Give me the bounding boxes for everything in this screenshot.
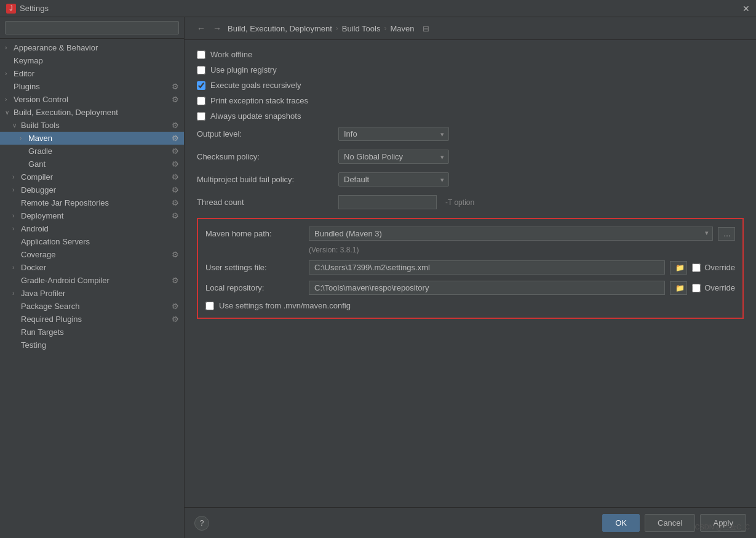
maven-home-input[interactable] xyxy=(309,227,701,241)
local-repo-override-checkbox[interactable] xyxy=(692,284,701,292)
nav-back-button[interactable]: ← xyxy=(194,22,208,34)
settings-icon: ⚙ xyxy=(172,159,179,169)
sidebar-item-remote-jar[interactable]: › Remote Jar Repositories ⚙ xyxy=(0,196,184,209)
sidebar-item-package-search[interactable]: › Package Search ⚙ xyxy=(0,300,184,313)
local-repo-row: Local repository: 📁 Override xyxy=(205,281,735,295)
breadcrumb-build-tools[interactable]: Build Tools xyxy=(342,24,381,33)
print-exception-checkbox[interactable] xyxy=(197,97,205,105)
sidebar-item-version-control[interactable]: › Version Control ⚙ xyxy=(0,93,184,106)
work-offline-row: Work offline xyxy=(197,50,744,59)
chevron-icon: › xyxy=(5,44,11,51)
use-settings-row: Use settings from .mvn/maven.config xyxy=(205,301,735,310)
sidebar-item-label: Gradle xyxy=(28,147,52,156)
sidebar-item-deployment[interactable]: › Deployment ⚙ xyxy=(0,209,184,222)
nav-forward-button[interactable]: → xyxy=(210,22,224,34)
breadcrumb-maven[interactable]: Maven xyxy=(390,24,414,33)
chevron-icon: ∨ xyxy=(12,122,18,129)
output-level-select[interactable]: Debug Info Warning Error xyxy=(338,127,449,141)
breadcrumb-build-exec[interactable]: Build, Execution, Deployment xyxy=(228,24,332,33)
execute-goals-checkbox[interactable] xyxy=(197,81,205,90)
sidebar-item-keymap[interactable]: › Keymap xyxy=(0,54,184,67)
sidebar-item-label: Gant xyxy=(28,159,46,169)
sidebar-item-appearance[interactable]: › Appearance & Behavior xyxy=(0,41,184,54)
user-settings-override-label[interactable]: Override xyxy=(704,263,735,272)
local-repo-override-label[interactable]: Override xyxy=(704,283,735,292)
multiproject-fail-select[interactable]: Default Fail At End Fail Fast Never Fail xyxy=(338,172,449,187)
help-button[interactable]: ? xyxy=(194,516,209,531)
checksum-policy-select[interactable]: No Global Policy Strict Warn Ignore xyxy=(338,150,449,164)
sidebar-item-label: Package Search xyxy=(21,302,79,311)
nav-arrows: ← → xyxy=(194,22,224,34)
execute-goals-label[interactable]: Execute goals recursively xyxy=(210,81,301,90)
sidebar-item-java-profiler[interactable]: › Java Profiler xyxy=(0,287,184,300)
print-exception-label[interactable]: Print exception stack traces xyxy=(210,96,308,105)
maven-version-text: (Version: 3.8.1) xyxy=(309,246,735,254)
sidebar-item-plugins[interactable]: › Plugins ⚙ xyxy=(0,80,184,93)
local-repo-input[interactable] xyxy=(309,281,665,295)
search-input[interactable] xyxy=(5,21,179,34)
multiproject-fail-label: Multiproject build fail policy: xyxy=(197,175,332,184)
always-update-label[interactable]: Always update snapshots xyxy=(210,111,301,121)
breadcrumb-bar: ← → Build, Execution, Deployment › Build… xyxy=(185,17,756,40)
sidebar-item-editor[interactable]: › Editor xyxy=(0,67,184,80)
sidebar-item-run-targets[interactable]: › Run Targets xyxy=(0,326,184,339)
chevron-icon: › xyxy=(12,187,18,193)
sidebar-item-build-exec-deploy[interactable]: ∨ Build, Execution, Deployment xyxy=(0,106,184,119)
sidebar-item-debugger[interactable]: › Debugger ⚙ xyxy=(0,183,184,196)
user-settings-input[interactable] xyxy=(309,260,665,275)
settings-icon: ⚙ xyxy=(172,302,179,311)
ok-button[interactable]: OK xyxy=(602,514,640,532)
use-settings-checkbox[interactable] xyxy=(205,302,214,310)
breadcrumb-sep-1: › xyxy=(336,24,338,33)
use-settings-label[interactable]: Use settings from .mvn/maven.config xyxy=(219,301,351,310)
sidebar-item-gradle-android[interactable]: › Gradle-Android Compiler ⚙ xyxy=(0,274,184,287)
thread-count-input[interactable] xyxy=(338,195,437,209)
use-plugin-registry-checkbox[interactable] xyxy=(197,66,205,74)
sidebar-item-testing[interactable]: › Testing xyxy=(0,339,184,351)
work-offline-label[interactable]: Work offline xyxy=(210,50,252,59)
chevron-icon: › xyxy=(12,225,18,232)
sidebar: › Appearance & Behavior › Keymap › Edito… xyxy=(0,17,185,538)
sidebar-item-label: Keymap xyxy=(14,56,43,65)
maven-home-browse-button[interactable]: … xyxy=(718,227,735,241)
output-level-dropdown-wrapper: Debug Info Warning Error xyxy=(338,127,449,141)
settings-icon: ⚙ xyxy=(172,185,179,195)
breadcrumb-sep-2: › xyxy=(384,24,386,33)
sidebar-item-app-servers[interactable]: › Application Servers xyxy=(0,235,184,248)
settings-icon: ⚙ xyxy=(172,134,179,143)
chevron-icon: › xyxy=(12,212,18,219)
sidebar-item-build-tools[interactable]: ∨ Build Tools ⚙ xyxy=(0,119,184,132)
output-level-row: Output level: Debug Info Warning Error xyxy=(197,127,744,141)
use-plugin-registry-label[interactable]: Use plugin registry xyxy=(210,65,277,74)
window-title: Settings xyxy=(20,4,49,13)
settings-icon: ⚙ xyxy=(172,172,179,182)
sidebar-item-compiler[interactable]: › Compiler ⚙ xyxy=(0,171,184,183)
settings-icon: ⚙ xyxy=(172,198,179,207)
local-repo-browse-button[interactable]: 📁 xyxy=(670,281,687,295)
sidebar-item-maven[interactable]: › Maven ⚙ xyxy=(0,132,184,145)
sidebar-item-gant[interactable]: › Gant ⚙ xyxy=(0,158,184,171)
thread-count-row: Thread count -T option xyxy=(197,195,744,209)
sidebar-item-gradle[interactable]: › Gradle ⚙ xyxy=(0,145,184,158)
sidebar-item-android[interactable]: › Android xyxy=(0,222,184,235)
maven-home-dropdown-arrow[interactable]: ▾ xyxy=(701,227,713,241)
chevron-icon: › xyxy=(12,290,18,297)
maven-home-combo: ▾ xyxy=(309,227,713,241)
settings-icon: ⚙ xyxy=(172,250,179,259)
sidebar-item-label: Testing xyxy=(21,340,46,350)
cancel-button[interactable]: Cancel xyxy=(645,514,695,532)
settings-icon: ⚙ xyxy=(172,147,179,156)
sidebar-item-label: Remote Jar Repositories xyxy=(21,198,109,207)
settings-icon: ⚙ xyxy=(172,211,179,220)
sidebar-item-required-plugins[interactable]: › Required Plugins ⚙ xyxy=(0,313,184,326)
always-update-checkbox[interactable] xyxy=(197,112,205,121)
close-button[interactable]: ✕ xyxy=(742,4,750,14)
sidebar-item-coverage[interactable]: › Coverage ⚙ xyxy=(0,248,184,261)
maven-home-label: Maven home path: xyxy=(205,229,304,238)
title-bar: J Settings ✕ xyxy=(0,0,756,17)
user-settings-browse-button[interactable]: 📁 xyxy=(670,261,687,275)
sidebar-item-docker[interactable]: › Docker xyxy=(0,261,184,274)
user-settings-override-checkbox[interactable] xyxy=(692,263,701,272)
breadcrumb-pin-icon[interactable]: ⊟ xyxy=(423,24,429,33)
work-offline-checkbox[interactable] xyxy=(197,50,205,59)
